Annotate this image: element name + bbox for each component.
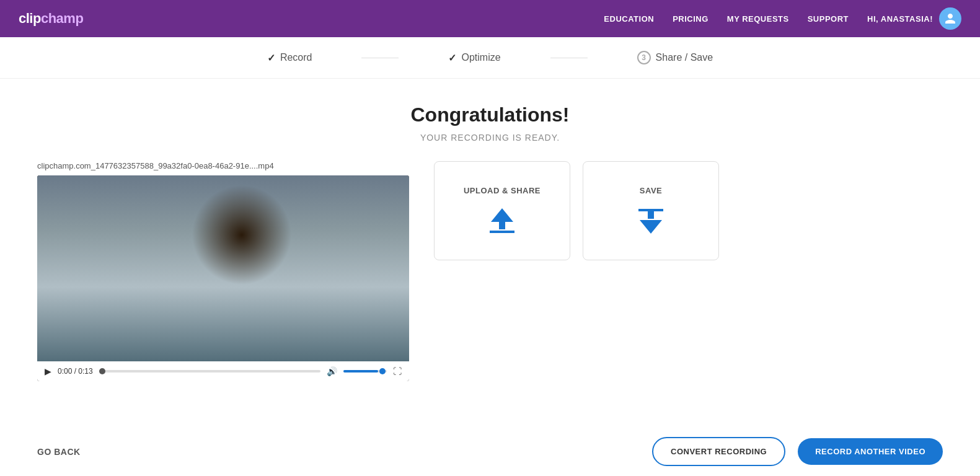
logo[interactable]: clipchamp: [19, 11, 83, 27]
fullscreen-icon[interactable]: ⛶: [393, 366, 402, 376]
volume-bar[interactable]: [343, 370, 387, 372]
volume-fill: [343, 370, 378, 372]
user-greeting: HI, ANASTASIA!: [867, 14, 933, 24]
step-record-check: ✓: [267, 52, 275, 64]
download-icon: [635, 205, 666, 236]
go-back-link[interactable]: GO BACK: [37, 447, 81, 457]
logo-clip: clip: [19, 11, 41, 27]
upload-icon: [487, 205, 518, 236]
step-record: ✓ Record: [218, 52, 362, 64]
congrats-title: Congratulations!: [37, 104, 943, 126]
save-label: SAVE: [640, 186, 662, 195]
record-another-video-button[interactable]: RECORD ANOTHER VIDEO: [798, 438, 943, 465]
upload-share-label: UPLOAD & SHARE: [464, 186, 541, 195]
video-thumbnail: [37, 175, 409, 361]
arrow-down-shape: [640, 220, 662, 234]
steps-bar: ✓ Record ✓ Optimize 3 Share / Save: [0, 37, 980, 79]
main-nav: EDUCATION PRICING MY REQUESTS SUPPORT HI…: [604, 7, 961, 30]
step-optimize-check: ✓: [448, 52, 456, 64]
step-divider-2: [550, 58, 588, 58]
main-content: Congratulations! YOUR RECORDING IS READY…: [0, 79, 980, 406]
progress-dot: [99, 368, 105, 374]
volume-icon[interactable]: 🔊: [327, 366, 337, 376]
action-cards: UPLOAD & SHARE SAVE: [434, 161, 719, 260]
video-filename: clipchamp.com_1477632357588_99a32fa0-0ea…: [37, 161, 409, 170]
video-preview: [37, 175, 409, 361]
upload-share-card[interactable]: UPLOAD & SHARE: [434, 161, 570, 260]
logo-champ: champ: [41, 11, 83, 27]
save-card[interactable]: SAVE: [583, 161, 719, 260]
bottom-bar: GO BACK CONVERT RECORDING RECORD ANOTHER…: [0, 418, 980, 476]
nav-my-requests[interactable]: MY REQUESTS: [727, 14, 789, 24]
step-share-number: 3: [637, 51, 651, 64]
nav-support[interactable]: SUPPORT: [808, 14, 849, 24]
video-player[interactable]: ▶ 0:00 / 0:13 🔊 ⛶: [37, 175, 409, 381]
video-controls: ▶ 0:00 / 0:13 🔊 ⛶: [37, 361, 409, 381]
arrow-stem-down-shape: [648, 211, 654, 219]
cards-row: UPLOAD & SHARE SAVE: [434, 161, 719, 260]
play-button[interactable]: ▶: [45, 366, 51, 376]
step-optimize-label: Optimize: [461, 52, 500, 63]
volume-dot: [379, 368, 386, 374]
video-section: clipchamp.com_1477632357588_99a32fa0-0ea…: [37, 161, 409, 381]
nav-pricing[interactable]: PRICING: [673, 14, 709, 24]
arrow-base-up: [490, 231, 514, 233]
step-share-label: Share / Save: [656, 52, 713, 63]
convert-recording-button[interactable]: CONVERT RECORDING: [652, 437, 785, 466]
step-optimize: ✓ Optimize: [399, 52, 550, 64]
user-area[interactable]: HI, ANASTASIA!: [867, 7, 961, 30]
congrats-subtitle: YOUR RECORDING IS READY.: [37, 133, 943, 143]
step-divider-1: [361, 58, 399, 58]
bottom-buttons: CONVERT RECORDING RECORD ANOTHER VIDEO: [652, 437, 943, 466]
progress-bar[interactable]: [99, 370, 320, 372]
arrow-stem-up-shape: [499, 222, 505, 229]
step-record-label: Record: [280, 52, 312, 63]
content-row: clipchamp.com_1477632357588_99a32fa0-0ea…: [37, 161, 943, 381]
nav-education[interactable]: EDUCATION: [604, 14, 654, 24]
step-share: 3 Share / Save: [588, 51, 763, 64]
arrow-up-shape: [491, 208, 513, 222]
header: clipchamp EDUCATION PRICING MY REQUESTS …: [0, 0, 980, 37]
time-display: 0:00 / 0:13: [58, 367, 93, 376]
avatar[interactable]: [939, 7, 961, 30]
